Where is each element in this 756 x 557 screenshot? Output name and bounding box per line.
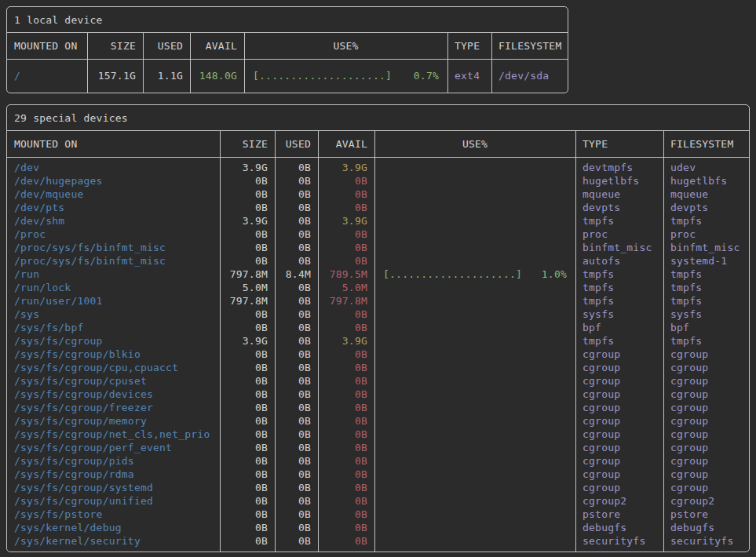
type-cell: securityfs [575,534,663,548]
mount-point-cell: /run/user/1001 [7,294,220,308]
avail-cell: 0B [318,374,374,388]
mount-point-cell: /sys/fs/cgroup/cpu,cpuacct [7,361,220,374]
used-cell: 0B [275,161,318,174]
type-cell: tmpfs [575,334,663,348]
size-cell: 0B [220,348,275,361]
usage-cell [374,228,575,241]
filesystem-cell: cgroup [663,388,751,401]
used-cell: 0B [275,348,318,361]
used-cell: 0B [275,174,318,187]
filesystem-cell: cgroup [663,481,751,494]
type-cell: cgroup [575,428,663,441]
table-row: /dev/hugepages0B0B0Bhugetlbfshugetlbfs [7,174,749,187]
table-row: /sys/fs/bpf0B0B0Bbpfbpf [7,321,749,334]
usage-cell [374,281,575,294]
usage-cell [374,294,575,308]
type-cell: pstore [575,508,663,521]
filesystem-cell: mqueue [663,187,751,201]
usage-cell: [....................]1.0% [374,268,575,281]
avail-cell: 0B [318,401,374,414]
mount-point-cell: /proc/sys/fs/binfmt_misc [7,241,220,254]
filesystem-cell: tmpfs [663,334,751,348]
used-cell: 0B [275,374,318,388]
table-row: /sys/fs/cgroup/cpuset0B0B0Bcgroupcgroup [7,374,749,388]
used-cell: 0B [275,508,318,521]
mount-point-cell: /dev/mqueue [7,187,220,201]
filesystem-cell: devpts [663,201,751,214]
size-cell: 797.8M [220,294,275,308]
filesystem-cell: cgroup [663,374,751,388]
size-cell: 0B [220,414,275,428]
used-cell: 1.1G [143,63,190,89]
usage-cell [374,428,575,441]
size-cell: 3.9G [220,214,275,228]
filesystem-cell: /dev/sda [491,63,569,89]
usage-cell [374,201,575,214]
size-cell: 0B [220,201,275,214]
filesystem-cell: bpf [663,321,751,334]
column-header-use: USE% [244,33,447,59]
table-row: /dev/mqueue0B0B0Bmqueuemqueue [7,187,749,201]
size-cell: 157.1G [87,63,143,89]
terminal-screen: 1 local device MOUNTED ONSIZEUSEDAVAILUS… [0,0,756,552]
table-row: /dev3.9G0B3.9Gdevtmpfsudev [7,161,749,174]
filesystem-cell: securityfs [663,534,751,548]
table-row: /sys/fs/cgroup/rdma0B0B0Bcgroupcgroup [7,468,749,481]
type-cell: bpf [575,321,663,334]
size-cell: 0B [220,388,275,401]
table-row: /sys/fs/cgroup/net_cls,net_prio0B0B0Bcgr… [7,428,749,441]
avail-cell: 0B [318,441,374,454]
type-cell: cgroup [575,441,663,454]
avail-cell: 797.8M [318,294,374,308]
filesystem-cell: tmpfs [663,268,751,281]
size-cell: 0B [220,187,275,201]
used-cell: 0B [275,534,318,548]
usage-cell [374,241,575,254]
avail-cell: 0B [318,468,374,481]
usage-cell [374,414,575,428]
column-header-avail: AVAIL [190,33,244,59]
used-cell: 0B [275,361,318,374]
mount-point-cell: /sys/fs/pstore [7,508,220,521]
special-table-header-row: MOUNTED ONSIZEUSEDAVAILUSE%TYPEFILESYSTE… [7,131,749,158]
avail-cell: 0B [318,428,374,441]
used-cell: 0B [275,241,318,254]
avail-cell: 0B [318,348,374,361]
mount-point-cell: /sys/fs/cgroup/systemd [7,481,220,494]
table-row: /sys/fs/cgroup/freezer0B0B0Bcgroupcgroup [7,401,749,414]
size-cell: 0B [220,481,275,494]
usage-cell [374,374,575,388]
filesystem-cell: tmpfs [663,294,751,308]
table-row: /dev/shm3.9G0B3.9Gtmpfstmpfs [7,214,749,228]
size-cell: 0B [220,361,275,374]
column-header-size: SIZE [220,131,275,157]
table-row: /sys0B0B0Bsysfssysfs [7,308,749,321]
avail-cell: 0B [318,454,374,468]
mount-point-cell: /dev/shm [7,214,220,228]
mount-point-cell: /sys/fs/cgroup/unified [7,494,220,508]
used-cell: 8.4M [275,268,318,281]
avail-cell: 0B [318,174,374,187]
mount-point-cell: /dev [7,161,220,174]
avail-cell: 0B [318,308,374,321]
table-row: /sys/fs/cgroup/blkio0B0B0Bcgroupcgroup [7,348,749,361]
table-row: /sys/fs/cgroup/systemd0B0B0Bcgroupcgroup [7,481,749,494]
table-row: /proc/sys/fs/binfmt_misc0B0B0Bbinfmt_mis… [7,241,749,254]
size-cell: 0B [220,454,275,468]
used-cell: 0B [275,401,318,414]
filesystem-cell: cgroup [663,414,751,428]
filesystem-cell: tmpfs [663,281,751,294]
avail-cell: 5.0M [318,281,374,294]
usage-cell [374,348,575,361]
special-table-body: /dev3.9G0B3.9Gdevtmpfsudev/dev/hugepages… [7,158,749,552]
mount-point-cell: /sys [7,308,220,321]
avail-cell: 0B [318,241,374,254]
usage-cell [374,174,575,187]
avail-cell: 3.9G [318,214,374,228]
avail-cell: 0B [318,254,374,268]
mount-point-cell: /run [7,268,220,281]
type-cell: cgroup [575,468,663,481]
local-table-header-row: MOUNTED ONSIZEUSEDAVAILUSE%TYPEFILESYSTE… [7,33,568,60]
mount-point-cell: /sys/fs/cgroup/cpuset [7,374,220,388]
mount-point-cell: /sys/fs/bpf [7,321,220,334]
